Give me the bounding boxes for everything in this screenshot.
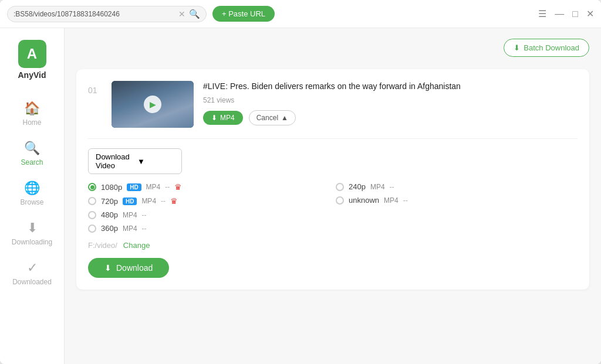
quality-label-360p: 360p xyxy=(101,224,118,233)
size-1080p: -- xyxy=(165,183,170,191)
downloading-icon: ⬇ xyxy=(27,220,38,236)
radio-720p[interactable] xyxy=(88,197,96,205)
quality-label-1080p: 1080p xyxy=(101,183,122,192)
sidebar-label-browse: Browse xyxy=(20,198,43,206)
format-240p: MP4 xyxy=(370,183,385,191)
quality-row-unknown[interactable]: unknown MP4 -- xyxy=(336,196,578,205)
main-layout: A AnyVid 🏠 Home 🔍 Search 🌐 Browse ⬇ Down… xyxy=(0,28,601,364)
format-480p: MP4 xyxy=(123,211,137,219)
sidebar: A AnyVid 🏠 Home 🔍 Search 🌐 Browse ⬇ Down… xyxy=(0,28,65,364)
close-icon[interactable]: ✕ xyxy=(586,8,594,19)
download-btn-label: Download xyxy=(116,263,153,273)
url-text: :BS58/videos/1087188318460246 xyxy=(13,10,178,18)
quality-row-1080p[interactable]: 1080p HD MP4 -- ♛ xyxy=(88,182,330,192)
crown-icon-720p: ♛ xyxy=(170,196,178,206)
cancel-button[interactable]: Cancel ▲ xyxy=(249,110,296,125)
sidebar-label-downloading: Downloading xyxy=(12,238,52,246)
app-name: AnyVid xyxy=(18,70,46,80)
mp4-button[interactable]: ⬇ MP4 xyxy=(203,111,243,125)
format-dropdown-row: Download Video ▼ xyxy=(88,148,578,174)
format-360p: MP4 xyxy=(123,224,137,233)
content-area: ⬇ Batch Download 01 ▶ #LIVE: Pres. Biden… xyxy=(65,28,601,364)
downloaded-icon: ✓ xyxy=(27,260,38,275)
paste-url-button[interactable]: + Paste URL xyxy=(212,6,275,22)
batch-download-label: Batch Download xyxy=(524,43,579,52)
quality-options-right: 240p MP4 -- unknown MP4 -- xyxy=(336,182,578,233)
quality-row-720p[interactable]: 720p HD MP4 -- ♛ xyxy=(88,196,330,206)
radio-360p[interactable] xyxy=(88,224,96,233)
format-1080p: MP4 xyxy=(146,183,161,191)
menu-icon[interactable]: ☰ xyxy=(538,8,546,19)
quality-row-240p[interactable]: 240p MP4 -- xyxy=(336,182,578,191)
search-nav-icon: 🔍 xyxy=(24,141,40,156)
save-path-text: F:/video/ xyxy=(88,241,117,250)
video-actions: ⬇ MP4 Cancel ▲ xyxy=(203,110,578,125)
radio-480p[interactable] xyxy=(88,211,96,219)
maximize-icon[interactable]: □ xyxy=(572,9,578,19)
crown-icon-1080p: ♛ xyxy=(174,182,182,192)
change-path-link[interactable]: Change xyxy=(123,241,150,250)
chevron-down-icon: ▼ xyxy=(137,157,174,166)
download-btn-icon: ⬇ xyxy=(104,263,112,273)
url-clear-icon[interactable]: ✕ xyxy=(178,9,185,19)
mp4-label: MP4 xyxy=(220,114,235,122)
format-dropdown-label: Download Video xyxy=(96,152,133,170)
sidebar-item-downloading[interactable]: ⬇ Downloading xyxy=(0,213,64,253)
home-icon: 🏠 xyxy=(24,101,40,116)
size-240p: -- xyxy=(390,183,394,191)
sidebar-item-home[interactable]: 🏠 Home xyxy=(0,94,64,134)
hd-badge-720p: HD xyxy=(123,198,137,205)
batch-download-icon: ⬇ xyxy=(514,43,520,52)
video-title: #LIVE: Pres. Biden delivers remarks on t… xyxy=(203,81,578,93)
video-number: 01 xyxy=(88,86,102,95)
play-button[interactable]: ▶ xyxy=(144,96,161,113)
radio-unknown[interactable] xyxy=(336,196,344,205)
hd-badge-1080p: HD xyxy=(127,183,141,191)
sidebar-item-browse[interactable]: 🌐 Browse xyxy=(0,174,64,213)
quality-label-480p: 480p xyxy=(101,210,118,219)
quality-options-left: 1080p HD MP4 -- ♛ 720p HD xyxy=(88,182,330,233)
cancel-label: Cancel xyxy=(256,114,278,122)
video-info: #LIVE: Pres. Biden delivers remarks on t… xyxy=(203,81,578,125)
quality-grid: 1080p HD MP4 -- ♛ 720p HD xyxy=(88,182,578,233)
size-360p: -- xyxy=(142,224,147,233)
search-icon: 🔍 xyxy=(189,9,200,19)
sidebar-label-downloaded: Downloaded xyxy=(12,278,52,286)
sidebar-item-downloaded[interactable]: ✓ Downloaded xyxy=(0,253,64,293)
url-bar[interactable]: :BS58/videos/1087188318460246 ✕ 🔍 xyxy=(7,6,207,22)
quality-label-720p: 720p xyxy=(101,197,118,206)
video-views: 521 views xyxy=(203,96,578,104)
titlebar: :BS58/videos/1087188318460246 ✕ 🔍 + Past… xyxy=(0,0,601,28)
size-unknown: -- xyxy=(403,196,408,205)
format-720p: MP4 xyxy=(141,197,156,205)
browse-icon: 🌐 xyxy=(24,181,40,196)
download-button[interactable]: ⬇ Download xyxy=(88,258,169,278)
format-unknown: MP4 xyxy=(384,196,399,205)
quality-label-240p: 240p xyxy=(349,182,366,191)
app-logo: A xyxy=(18,40,46,68)
batch-download-button[interactable]: ⬇ Batch Download xyxy=(504,39,589,57)
save-path-row: F:/video/ Change xyxy=(88,241,578,250)
window-controls: ☰ — □ ✕ xyxy=(538,8,594,19)
format-dropdown[interactable]: Download Video ▼ xyxy=(88,148,182,174)
quality-row-480p[interactable]: 480p MP4 -- xyxy=(88,210,330,219)
video-thumbnail: ▶ xyxy=(112,81,194,128)
size-480p: -- xyxy=(142,211,147,219)
app-window: :BS58/videos/1087188318460246 ✕ 🔍 + Past… xyxy=(0,0,601,364)
radio-240p[interactable] xyxy=(336,183,344,191)
quality-row-360p[interactable]: 360p MP4 -- xyxy=(88,224,330,233)
sidebar-label-search: Search xyxy=(21,158,43,166)
sidebar-item-search[interactable]: 🔍 Search xyxy=(0,134,64,174)
radio-1080p[interactable] xyxy=(88,183,96,191)
sidebar-label-home: Home xyxy=(22,118,41,127)
minimize-icon[interactable]: — xyxy=(555,9,564,19)
download-small-icon: ⬇ xyxy=(211,114,217,122)
logo-area: A AnyVid xyxy=(18,40,46,80)
video-card: 01 ▶ #LIVE: Pres. Biden delivers remarks… xyxy=(76,69,589,290)
size-720p: -- xyxy=(161,197,166,205)
chevron-up-icon: ▲ xyxy=(281,114,288,122)
download-options: Download Video ▼ 1080p HD MP4 xyxy=(88,138,578,278)
video-header: 01 ▶ #LIVE: Pres. Biden delivers remarks… xyxy=(88,81,578,128)
quality-label-unknown: unknown xyxy=(349,196,379,205)
